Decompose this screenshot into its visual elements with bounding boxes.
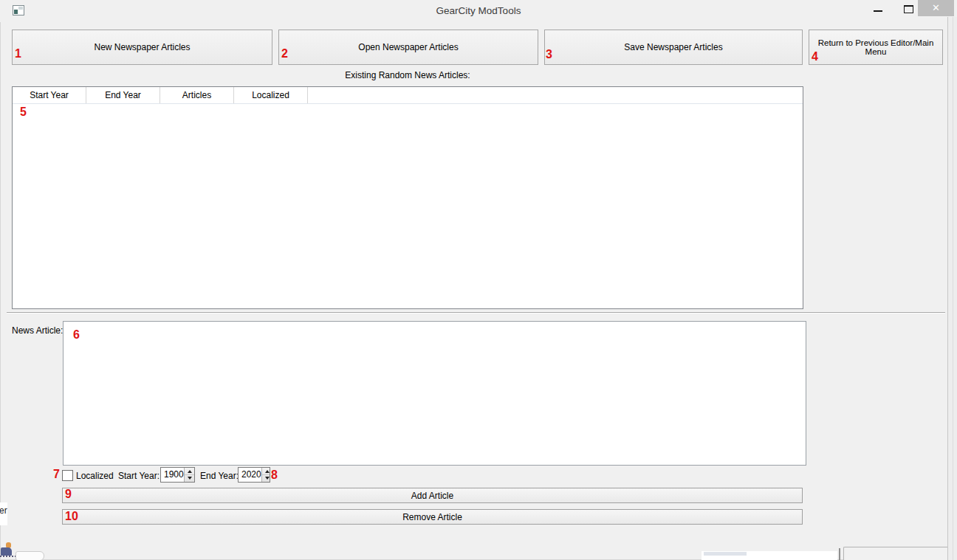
button-label: New Newspaper Articles bbox=[94, 42, 190, 52]
column-header-articles[interactable]: Articles bbox=[160, 87, 234, 103]
remove-article-button[interactable]: Remove Article bbox=[62, 509, 803, 525]
minimize-icon bbox=[874, 10, 882, 12]
add-article-button[interactable]: Add Article bbox=[62, 488, 803, 503]
background-bottom-right-panel bbox=[843, 547, 957, 560]
existing-articles-heading: Existing Random News Articles: bbox=[12, 70, 803, 80]
annotation-mark-4: 4 bbox=[812, 51, 818, 63]
background-window-fragment: er bbox=[0, 502, 7, 525]
annotation-mark-8: 8 bbox=[271, 469, 278, 481]
close-icon: ✕ bbox=[932, 2, 940, 13]
localized-checkbox[interactable] bbox=[62, 470, 73, 481]
button-label: Return to Previous Editor/Main Menu bbox=[809, 38, 942, 56]
spin-up-icon[interactable] bbox=[262, 468, 270, 474]
column-header-filler bbox=[308, 87, 803, 103]
spin-up-icon[interactable] bbox=[185, 468, 194, 474]
minimize-button[interactable] bbox=[864, 0, 896, 18]
news-article-textarea[interactable] bbox=[63, 321, 806, 466]
right-edge-line bbox=[953, 17, 953, 560]
button-label: Add Article bbox=[411, 491, 453, 501]
background-right-edge-strip bbox=[947, 17, 957, 560]
maximize-icon bbox=[904, 5, 913, 13]
end-year-label: End Year: bbox=[200, 471, 239, 481]
annotation-mark-7: 7 bbox=[53, 469, 60, 480]
new-newspaper-articles-button[interactable]: New Newspaper Articles bbox=[12, 30, 272, 65]
start-year-label: Start Year: bbox=[118, 471, 160, 481]
open-newspaper-articles-button[interactable]: Open Newspaper Articles bbox=[278, 30, 538, 65]
close-button[interactable]: ✕ bbox=[918, 0, 954, 16]
button-label: Save Newspaper Articles bbox=[624, 42, 722, 52]
end-year-value[interactable]: 2020 bbox=[239, 468, 261, 482]
annotation-mark-10: 10 bbox=[65, 511, 78, 522]
localized-checkbox-label: Localized bbox=[76, 471, 114, 481]
start-year-spinbox[interactable]: 1900 bbox=[160, 467, 195, 483]
spin-down-icon[interactable] bbox=[185, 474, 194, 482]
horizontal-separator bbox=[7, 312, 945, 314]
annotation-mark-1: 1 bbox=[15, 48, 21, 60]
news-article-label: News Article: bbox=[12, 325, 63, 336]
start-year-value[interactable]: 1900 bbox=[161, 468, 184, 482]
button-label: Remove Article bbox=[402, 512, 462, 522]
background-bottom-strip bbox=[702, 551, 837, 560]
end-year-spinbox[interactable]: 2020 bbox=[238, 467, 270, 483]
annotation-mark-6: 6 bbox=[73, 329, 80, 341]
articles-table-header: Start Year End Year Articles Localized bbox=[13, 87, 803, 104]
column-header-start-year[interactable]: Start Year bbox=[13, 87, 86, 103]
articles-table-body[interactable] bbox=[13, 104, 803, 308]
column-header-end-year[interactable]: End Year bbox=[86, 87, 160, 103]
annotation-mark-5: 5 bbox=[20, 106, 27, 118]
articles-table[interactable]: Start Year End Year Articles Localized bbox=[12, 86, 803, 309]
annotation-mark-3: 3 bbox=[546, 49, 552, 61]
spin-buttons bbox=[184, 468, 194, 482]
title-bar[interactable]: GearCity ModTools ✕ bbox=[0, 0, 957, 22]
person-icon-base bbox=[0, 556, 16, 557]
person-icon-body bbox=[1, 547, 12, 556]
column-header-localized[interactable]: Localized bbox=[234, 87, 308, 103]
return-to-previous-editor-button[interactable]: Return to Previous Editor/Main Menu bbox=[809, 30, 943, 65]
spin-down-icon[interactable] bbox=[262, 474, 270, 482]
gearcity-modtools-window: GearCity ModTools ✕ New Newspaper Articl… bbox=[0, 0, 957, 560]
save-newspaper-articles-button[interactable]: Save Newspaper Articles bbox=[544, 30, 803, 65]
spin-buttons bbox=[261, 468, 270, 482]
button-label: Open Newspaper Articles bbox=[358, 42, 458, 52]
window-title: GearCity ModTools bbox=[0, 5, 957, 16]
background-divider-line bbox=[839, 548, 840, 560]
annotation-mark-9: 9 bbox=[65, 488, 72, 500]
clipped-text: er bbox=[0, 505, 7, 516]
faint-text-smudge bbox=[704, 552, 747, 556]
background-fragment-blob bbox=[16, 551, 44, 560]
annotation-mark-2: 2 bbox=[281, 48, 288, 60]
